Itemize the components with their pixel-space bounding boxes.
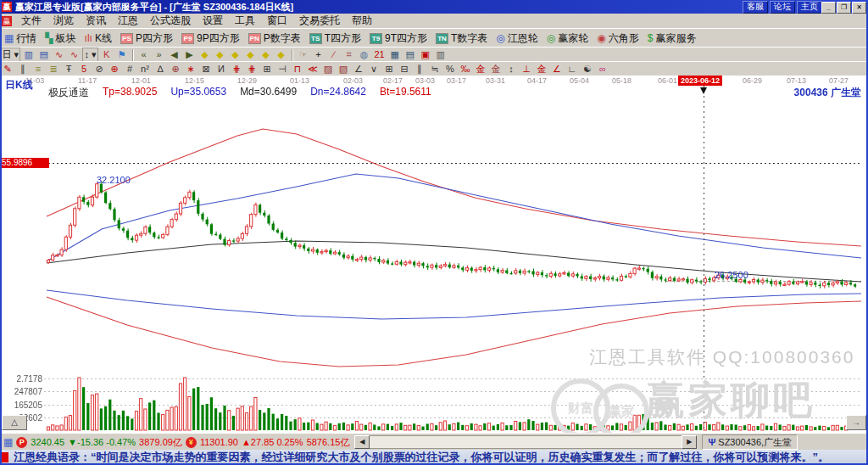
slash-lines-icon[interactable]: ∥ xyxy=(413,63,427,76)
t-number-table-button[interactable]: TNT数字表 xyxy=(431,30,492,47)
winner-wheel-button[interactable]: ◎赢家轮 xyxy=(542,30,593,47)
angle-icon[interactable]: ∠ xyxy=(352,63,366,76)
t-square-button[interactable]: TST四方形 xyxy=(305,30,365,47)
box-x-icon[interactable]: ⊠ xyxy=(199,63,214,76)
p-square-button[interactable]: PSP四方形 xyxy=(116,30,177,47)
red-grid-1-icon[interactable]: ⋕ xyxy=(230,63,244,76)
scrollbar-left-arrow[interactable]: ◀ xyxy=(354,435,370,449)
calculator-icon[interactable]: ▦ xyxy=(387,48,402,61)
wave-count-icon[interactable]: И xyxy=(214,63,229,76)
goto-first-icon[interactable]: « xyxy=(136,48,151,61)
scrollbar-right-arrow[interactable]: ▶ xyxy=(682,435,697,449)
five-tool-icon[interactable]: 5 xyxy=(77,63,92,76)
menu-settings[interactable]: 设置 xyxy=(197,13,229,29)
gann-wheel-button[interactable]: ◎江恩轮 xyxy=(492,30,542,47)
hexagon-button[interactable]: ◉六角形 xyxy=(593,30,643,47)
shade-grid-1-icon[interactable]: ▨ xyxy=(321,63,336,76)
yinyang-icon[interactable]: ☯ xyxy=(581,63,595,76)
n-square-icon[interactable]: n² xyxy=(138,63,153,76)
pan-hand-icon[interactable]: ☞ xyxy=(296,48,310,61)
menu-formula-picker[interactable]: 公式选股 xyxy=(144,13,197,29)
perp-icon[interactable]: ⊥ xyxy=(520,63,534,76)
status-scrollbar[interactable]: ◀ ▶ xyxy=(354,436,697,449)
t-ruler-icon[interactable]: Ŧ xyxy=(62,63,76,76)
notebook-icon[interactable]: ▤ xyxy=(403,48,417,61)
infinity-icon[interactable]: ∞ xyxy=(596,63,610,76)
minimize-button[interactable]: _ xyxy=(821,2,836,14)
winner-service-button[interactable]: $赢家服务 xyxy=(643,30,701,47)
shade-grid-2-icon[interactable]: ▧ xyxy=(337,63,351,76)
updown-icon[interactable]: ↕ xyxy=(504,63,519,76)
horizontal-lines-icon[interactable]: ≡ xyxy=(31,63,46,76)
gann-diamond-3-icon[interactable]: ◆ xyxy=(228,48,242,61)
box-plus-icon[interactable]: ⊞ xyxy=(260,63,275,76)
angle-red-icon[interactable]: ∠ xyxy=(550,63,565,76)
fan-lines-icon[interactable]: ≪ xyxy=(306,63,320,76)
box-minus-icon[interactable]: ⊟ xyxy=(398,63,412,76)
period-daily-selector[interactable]: 日 ▾ xyxy=(1,48,21,62)
permille-icon[interactable]: ‰ xyxy=(459,63,473,76)
step-back-icon[interactable]: ◀ xyxy=(167,48,181,61)
quotes-button[interactable]: ▦行情 xyxy=(0,30,41,47)
calendar-21-icon[interactable]: 21 xyxy=(372,48,387,61)
scroll-right-button[interactable]: → xyxy=(846,415,866,430)
golden-section-2-icon[interactable]: 金 xyxy=(489,63,504,76)
scrollbar-track[interactable] xyxy=(370,435,682,449)
homepage-button[interactable]: 主页 xyxy=(797,1,822,14)
menu-gann[interactable]: 江恩 xyxy=(112,13,144,29)
web-grid-icon[interactable]: ⌗ xyxy=(342,48,356,61)
approx-icon[interactable]: ≒ xyxy=(428,63,442,76)
gann-diamond-4-icon[interactable]: ◆ xyxy=(243,48,258,61)
gann-diamond-6-icon[interactable]: ◆ xyxy=(274,48,288,61)
chart-area[interactable]: 11-0311-1712-0112-1512-2901-1302-0302-17… xyxy=(0,76,868,433)
printer-icon[interactable]: ▥ xyxy=(433,48,448,61)
kline-style-icon[interactable]: K xyxy=(99,48,114,61)
draw-pen-icon[interactable]: ✎ xyxy=(1,63,15,76)
target-tool-icon[interactable]: ⊕ xyxy=(169,63,183,76)
hash-tool-icon[interactable]: # xyxy=(123,63,137,76)
kline-button[interactable]: ılıK线 xyxy=(81,30,116,47)
expand-volume-button[interactable]: △ xyxy=(2,415,27,430)
menu-browse[interactable]: 浏览 xyxy=(47,13,80,29)
percent-icon[interactable]: % xyxy=(443,63,458,76)
market-grid-segment[interactable]: ▦ P 3240.45 ▼-15.36 -0.47% 3879.09亿 ¥ 11… xyxy=(0,435,353,449)
golden-section-1-icon[interactable]: 金 xyxy=(474,63,488,76)
circle-cross-icon[interactable]: ⊕ xyxy=(108,63,122,76)
menu-news[interactable]: 资讯 xyxy=(80,13,112,29)
star-tool-icon[interactable]: ∗ xyxy=(184,63,198,76)
tack-icon[interactable]: ⊣ xyxy=(275,63,290,76)
restore-button[interactable]: ❐ xyxy=(837,2,851,14)
menu-trade[interactable]: 交易委托 xyxy=(293,13,346,29)
p-number-table-button[interactable]: PNP数字表 xyxy=(244,30,305,47)
golden-section-3-icon[interactable]: 金 xyxy=(535,63,549,76)
parallel-lines-icon[interactable]: ∥ xyxy=(16,63,31,76)
customer-service-button[interactable]: 客服 xyxy=(743,1,768,14)
tab-daily-kline[interactable]: 日K线 xyxy=(5,78,33,92)
menu-help[interactable]: 帮助 xyxy=(346,13,378,29)
gate-icon[interactable]: ⊓ xyxy=(291,63,305,76)
step-forward-icon[interactable]: ▶ xyxy=(182,48,197,61)
box-plus-2-icon[interactable]: ⊞ xyxy=(382,63,397,76)
gann-diamond-1-icon[interactable]: ◆ xyxy=(198,48,212,61)
menu-tools[interactable]: 工具 xyxy=(229,13,261,29)
screen-layout-icon[interactable]: ▥ xyxy=(21,48,36,61)
gann-diamond-5-icon[interactable]: ◆ xyxy=(259,48,273,61)
nine-t-square-button[interactable]: T99T四方形 xyxy=(365,30,431,47)
crosshair-icon[interactable]: + xyxy=(311,48,326,61)
vee-icon[interactable]: ∨ xyxy=(367,63,381,76)
grid-lines-icon[interactable]: ≣ xyxy=(47,63,61,76)
close-button[interactable]: ✕ xyxy=(852,2,866,14)
right-angle-icon[interactable]: ∟ xyxy=(565,63,580,76)
gann-diamond-2-icon[interactable]: ◆ xyxy=(213,48,227,61)
sphere-tool-icon[interactable]: ◍ xyxy=(357,48,371,61)
candle-scale-icon[interactable]: ↕ ▾ xyxy=(82,48,98,62)
menu-file[interactable]: 文件 xyxy=(15,13,47,29)
save-icon[interactable]: ▣ xyxy=(418,48,432,61)
trendline-icon[interactable]: ∕ xyxy=(326,48,341,61)
quotes-grid-icon[interactable]: ▦ xyxy=(3,436,13,448)
playback-flag-icon[interactable]: ⚑ xyxy=(114,48,129,61)
person-tool-icon[interactable]: ⊘ xyxy=(92,63,107,76)
goto-last-icon[interactable]: » xyxy=(152,48,166,61)
nine-p-square-button[interactable]: P99P四方形 xyxy=(177,30,244,47)
info-panel-icon[interactable]: ▤ xyxy=(36,48,51,61)
